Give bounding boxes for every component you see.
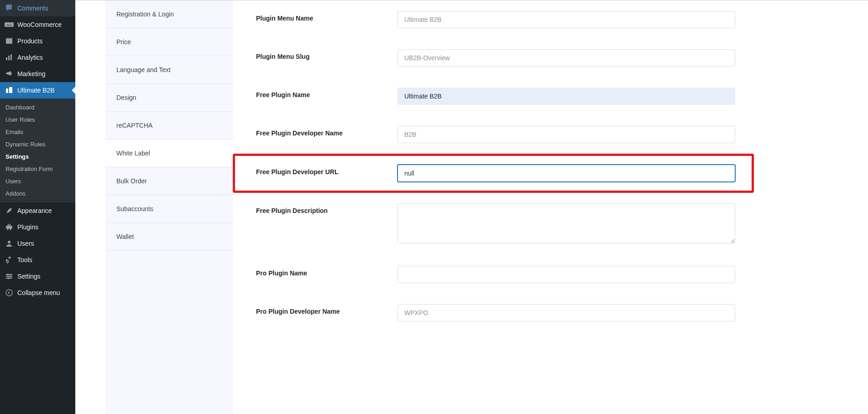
sidebar-item-marketing[interactable]: Marketing (0, 66, 75, 82)
plugins-icon (5, 223, 14, 232)
b2b-icon (5, 86, 14, 95)
svg-point-15 (8, 277, 10, 279)
wp-admin-sidebar: Comments Woo WooCommerce Products Analyt… (0, 0, 75, 414)
sidebar-label: Products (17, 37, 42, 45)
appearance-icon (5, 206, 14, 215)
label-plugin-menu-slug: Plugin Menu Slug (256, 49, 397, 60)
settings-tabs: Registration & Login Price Language and … (105, 0, 233, 414)
label-free-plugin-dev-url: Free Plugin Developer URL (256, 165, 397, 176)
sidebar-item-users[interactable]: Users (0, 235, 75, 252)
sidebar-item-comments[interactable]: Comments (0, 0, 75, 16)
svg-point-9 (8, 241, 10, 243)
svg-rect-7 (6, 88, 8, 93)
submenu-settings[interactable]: Settings (0, 150, 75, 163)
submenu-addons[interactable]: Addons (0, 187, 75, 200)
tab-subaccounts[interactable]: Subaccounts (105, 195, 233, 223)
tab-price[interactable]: Price (105, 28, 233, 56)
field-plugin-menu-name: Plugin Menu Name (233, 0, 753, 39)
products-icon (5, 36, 14, 46)
marketing-icon (5, 69, 14, 78)
label-free-plugin-dev-name: Free Plugin Developer Name (256, 126, 397, 137)
tab-white-label[interactable]: White Label (105, 140, 233, 167)
field-plugin-menu-slug: Plugin Menu Slug (233, 39, 753, 77)
input-free-plugin-name[interactable] (397, 88, 735, 105)
input-plugin-menu-slug[interactable] (397, 49, 735, 67)
tab-design[interactable]: Design (105, 84, 233, 112)
input-pro-plugin-dev-name[interactable] (397, 304, 735, 321)
svg-rect-4 (6, 57, 7, 60)
sidebar-item-ultimate-b2b[interactable]: Ultimate B2B (0, 82, 75, 98)
tools-icon (5, 255, 14, 264)
label-pro-plugin-dev-name: Pro Plugin Developer Name (256, 304, 397, 315)
svg-point-14 (10, 275, 11, 277)
sidebar-item-settings[interactable]: Settings (0, 268, 75, 285)
svg-point-13 (7, 274, 9, 275)
field-free-plugin-name: Free Plugin Name (233, 77, 753, 115)
svg-rect-2 (6, 39, 12, 44)
field-free-plugin-dev-url: Free Plugin Developer URL (233, 154, 754, 193)
sidebar-item-tools[interactable]: Tools (0, 252, 75, 268)
content-area: Registration & Login Price Language and … (75, 0, 868, 414)
sidebar-item-plugins[interactable]: Plugins (0, 219, 75, 235)
input-free-plugin-dev-url[interactable] (397, 165, 735, 182)
sidebar-label: WooCommerce (17, 21, 62, 28)
svg-text:Woo: Woo (6, 24, 12, 26)
label-free-plugin-name: Free Plugin Name (256, 88, 397, 98)
svg-rect-8 (9, 87, 12, 93)
settings-form: Plugin Menu Name Plugin Menu Slug Free P… (233, 0, 753, 414)
sidebar-label: Ultimate B2B (17, 87, 55, 94)
input-free-plugin-dev-name[interactable] (397, 126, 735, 143)
sidebar-submenu-ultimate-b2b: Dashboard User Roles Emails Dynamic Rule… (0, 98, 75, 202)
comment-icon (5, 4, 14, 13)
tab-bulk-order[interactable]: Bulk Order (105, 167, 233, 195)
submenu-registration-form[interactable]: Registration Form (0, 163, 75, 175)
input-pro-plugin-name[interactable] (397, 266, 735, 283)
tab-wallet[interactable]: Wallet (105, 223, 233, 251)
label-free-plugin-desc: Free Plugin Description (256, 203, 397, 214)
collapse-icon (5, 288, 14, 297)
field-pro-plugin-dev-name: Pro Plugin Developer Name (233, 294, 753, 332)
sidebar-item-products[interactable]: Products (0, 33, 75, 49)
sidebar-label: Settings (17, 273, 41, 280)
sidebar-label: Analytics (17, 54, 43, 61)
input-plugin-menu-name[interactable] (397, 11, 735, 28)
sidebar-item-analytics[interactable]: Analytics (0, 49, 75, 66)
svg-rect-6 (10, 54, 12, 60)
analytics-icon (5, 53, 14, 62)
submenu-emails[interactable]: Emails (0, 126, 75, 138)
sidebar-item-appearance[interactable]: Appearance (0, 202, 75, 219)
sidebar-label: Tools (17, 256, 32, 264)
textarea-free-plugin-desc[interactable] (397, 203, 735, 243)
label-pro-plugin-name: Pro Plugin Name (256, 266, 397, 277)
field-free-plugin-desc: Free Plugin Description (233, 193, 753, 255)
sidebar-label: Marketing (17, 70, 45, 78)
label-plugin-menu-name: Plugin Menu Name (256, 11, 397, 22)
svg-rect-5 (8, 56, 10, 60)
sidebar-label: Comments (17, 5, 48, 12)
field-pro-plugin-name: Pro Plugin Name (233, 255, 753, 294)
users-icon (5, 239, 14, 248)
sidebar-label: Appearance (17, 207, 52, 214)
sidebar-label: Users (17, 240, 34, 247)
svg-point-16 (6, 290, 12, 296)
tab-recaptcha[interactable]: reCAPTCHA (105, 112, 233, 140)
settings-icon (5, 272, 14, 281)
svg-rect-3 (6, 38, 12, 39)
sidebar-label: Collapse menu (17, 289, 60, 296)
submenu-dashboard[interactable]: Dashboard (0, 101, 75, 114)
submenu-user-roles[interactable]: User Roles (0, 114, 75, 126)
sidebar-label: Plugins (17, 223, 38, 231)
field-free-plugin-dev-name: Free Plugin Developer Name (233, 115, 753, 154)
tab-registration-login[interactable]: Registration & Login (105, 0, 233, 28)
submenu-dynamic-rules[interactable]: Dynamic Rules (0, 138, 75, 150)
sidebar-item-woocommerce[interactable]: Woo WooCommerce (0, 16, 75, 33)
submenu-users[interactable]: Users (0, 175, 75, 187)
tab-language-text[interactable]: Language and Text (105, 56, 233, 84)
sidebar-item-collapse[interactable]: Collapse menu (0, 285, 75, 301)
woocommerce-icon: Woo (5, 20, 14, 29)
